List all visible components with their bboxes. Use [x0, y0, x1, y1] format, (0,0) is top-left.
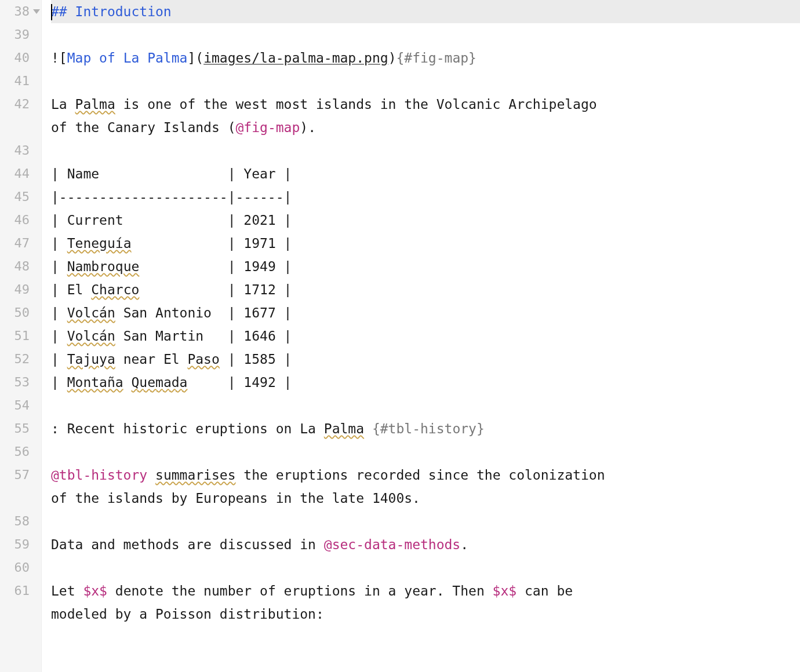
code-token [123, 375, 132, 390]
line-number-value: 59 [14, 537, 30, 552]
line-number-gutter: 3839404142434445464748495051525354555657… [0, 0, 42, 672]
line-number-value: 50 [14, 305, 30, 320]
code-token: San Antonio | 1677 | [115, 305, 292, 320]
code-line[interactable]: | Teneguía | 1971 | [51, 232, 800, 255]
code-token: | Current | 2021 | [51, 213, 292, 228]
code-line[interactable]: of the Canary Islands (@fig-map). [51, 116, 800, 139]
line-number-value: 49 [14, 282, 30, 297]
code-line[interactable] [51, 510, 800, 533]
code-token: Volcán [67, 328, 115, 344]
code-line[interactable]: : Recent historic eruptions on La Palma … [51, 417, 800, 440]
code-token: | [51, 375, 67, 390]
code-line[interactable]: | El Charco | 1712 | [51, 278, 800, 301]
code-line[interactable] [51, 394, 800, 417]
code-line[interactable]: La Palma is one of the west most islands… [51, 93, 800, 116]
code-token: Data and methods are discussed in [51, 537, 324, 552]
line-number-value: 42 [14, 97, 30, 111]
code-line[interactable] [51, 440, 800, 463]
line-number-value: 39 [14, 27, 30, 42]
code-token: Map of La Palma [67, 50, 188, 65]
code-token: is one of the west most islands in the V… [115, 97, 605, 112]
code-line[interactable] [51, 556, 800, 579]
code-area[interactable]: ## Introduction![Map of La Palma](images… [42, 0, 800, 672]
code-token: of the Canary Islands ( [51, 120, 236, 135]
code-token: ![ [51, 50, 67, 65]
code-token: Tajuya [67, 352, 115, 367]
line-number-value: 38 [14, 4, 30, 19]
code-token: Paso [187, 352, 219, 367]
code-line[interactable]: ![Map of La Palma](images/la-palma-map.p… [51, 46, 800, 70]
code-line[interactable]: | Volcán San Antonio | 1677 | [51, 301, 800, 324]
code-line[interactable]: | Tajuya near El Paso | 1585 | [51, 348, 800, 371]
line-number: 52 [0, 348, 41, 371]
code-line[interactable] [51, 23, 800, 46]
line-number: 42 [0, 93, 41, 116]
code-token: | 1712 | [139, 282, 292, 297]
line-number-value: 58 [14, 514, 30, 528]
line-number-value: 41 [14, 74, 30, 88]
code-line[interactable]: | Montaña Quemada | 1492 | [51, 371, 800, 394]
code-token [364, 421, 372, 436]
code-line[interactable]: |---------------------|------| [51, 185, 800, 209]
code-token: $x$ [493, 583, 517, 598]
code-line[interactable]: of the islands by Europeans in the late … [51, 487, 800, 510]
code-token: La [51, 97, 75, 112]
code-token: summarises [155, 468, 235, 483]
code-line[interactable]: @tbl-history summarises the eruptions re… [51, 463, 800, 487]
code-line[interactable] [51, 139, 800, 162]
code-token: | [51, 236, 67, 251]
code-token: | [51, 305, 67, 320]
code-token: | El [51, 282, 91, 297]
line-number-value: 56 [14, 444, 30, 459]
code-token: of the islands by Europeans in the late … [51, 491, 420, 506]
code-token: @fig-map [236, 120, 300, 135]
code-token: Volcán [67, 305, 115, 320]
code-line[interactable]: ## Introduction [51, 0, 800, 23]
code-token: Montaña [67, 375, 123, 390]
line-number: 55 [0, 417, 41, 440]
line-number: 60 [0, 556, 41, 579]
code-token: San Martin | 1646 | [115, 328, 292, 344]
code-token: can be [517, 583, 581, 598]
code-line[interactable]: | Name | Year | [51, 162, 800, 185]
code-line[interactable]: | Nambroque | 1949 | [51, 255, 800, 278]
line-number-wrap [0, 487, 41, 510]
line-number-value: 60 [14, 560, 30, 575]
code-token: the eruptions recorded since the coloniz… [236, 468, 613, 483]
line-number-wrap [0, 116, 41, 139]
line-number: 50 [0, 301, 41, 324]
code-token: {#tbl-history} [372, 421, 485, 436]
line-number: 41 [0, 70, 41, 93]
line-number-value: 46 [14, 213, 30, 227]
code-line[interactable]: Data and methods are discussed in @sec-d… [51, 533, 800, 556]
code-token: @sec-data-methods [324, 537, 460, 552]
code-token: images/la-palma-map.png [203, 50, 388, 65]
line-number-value: 44 [14, 166, 30, 181]
code-line[interactable]: | Volcán San Martin | 1646 | [51, 324, 800, 348]
code-token: | 1492 | [187, 375, 292, 390]
line-number: 49 [0, 278, 41, 301]
line-number: 51 [0, 324, 41, 348]
code-token: ]( [187, 50, 203, 65]
code-line[interactable] [51, 70, 800, 93]
code-token: Let [51, 583, 83, 598]
code-line[interactable]: Let $x$ denote the number of eruptions i… [51, 579, 800, 602]
chevron-down-icon[interactable] [33, 9, 40, 14]
code-line[interactable]: modeled by a Poisson distribution: [51, 602, 800, 626]
code-editor[interactable]: 3839404142434445464748495051525354555657… [0, 0, 800, 672]
line-number-value: 45 [14, 189, 30, 204]
code-token: | 1585 | [220, 352, 292, 367]
code-token: | [51, 328, 67, 344]
code-token: . [460, 537, 468, 552]
line-number-value: 52 [14, 352, 30, 366]
code-line[interactable]: | Current | 2021 | [51, 209, 800, 232]
code-token: Nambroque [67, 259, 140, 274]
code-token: | [51, 259, 67, 274]
line-number: 46 [0, 209, 41, 232]
code-token: Charco [91, 282, 139, 297]
code-token: ) [388, 50, 397, 65]
line-number: 38 [0, 0, 41, 23]
line-number: 56 [0, 440, 41, 463]
line-number-value: 55 [14, 421, 30, 436]
line-number-value: 40 [14, 50, 30, 65]
